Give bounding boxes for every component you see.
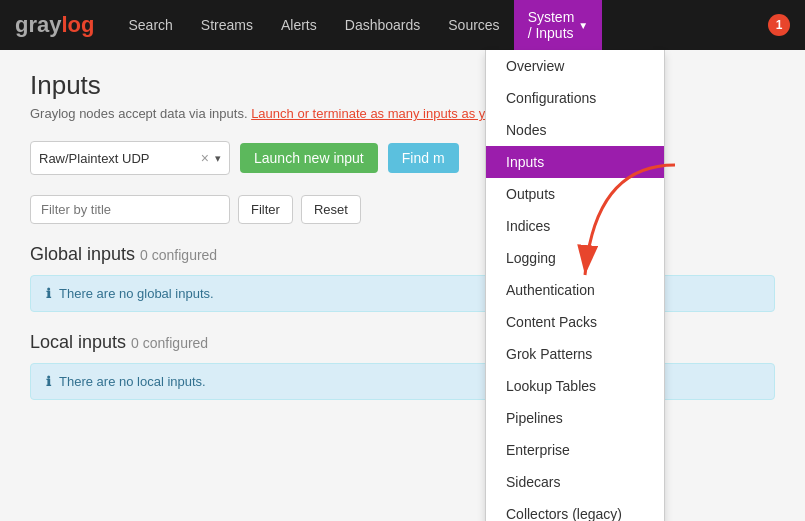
select-clear-icon[interactable]: × bbox=[201, 150, 209, 166]
launch-input-button[interactable]: Launch new input bbox=[240, 143, 378, 173]
dropdown-item-enterprise[interactable]: Enterprise bbox=[486, 434, 664, 466]
nav-search[interactable]: Search bbox=[114, 0, 186, 50]
local-inputs-empty-text: There are no local inputs. bbox=[59, 374, 206, 389]
dropdown-item-indices[interactable]: Indices bbox=[486, 210, 664, 242]
brand-logo[interactable]: graylog bbox=[15, 12, 94, 38]
navbar: graylog Search Streams Alerts Dashboards… bbox=[0, 0, 805, 50]
dropdown-item-pipelines[interactable]: Pipelines bbox=[486, 402, 664, 434]
notification-badge[interactable]: 1 bbox=[768, 14, 790, 36]
input-type-select[interactable]: Raw/Plaintext UDP × ▾ bbox=[30, 141, 230, 175]
nav-dashboards[interactable]: Dashboards bbox=[331, 0, 435, 50]
dropdown-item-grok-patterns[interactable]: Grok Patterns bbox=[486, 338, 664, 370]
nav-alerts[interactable]: Alerts bbox=[267, 0, 331, 50]
select-value-text: Raw/Plaintext UDP bbox=[39, 151, 201, 166]
dropdown-item-collectors-legacy[interactable]: Collectors (legacy) bbox=[486, 498, 664, 521]
nav-streams[interactable]: Streams bbox=[187, 0, 267, 50]
select-arrow-icon: ▾ bbox=[215, 152, 221, 165]
nav-sources[interactable]: Sources bbox=[434, 0, 513, 50]
find-more-button[interactable]: Find m bbox=[388, 143, 459, 173]
dropdown-item-content-packs[interactable]: Content Packs bbox=[486, 306, 664, 338]
dropdown-item-nodes[interactable]: Nodes bbox=[486, 114, 664, 146]
dropdown-item-overview[interactable]: Overview bbox=[486, 50, 664, 82]
dropdown-item-inputs[interactable]: Inputs bbox=[486, 146, 664, 178]
dropdown-caret: ▼ bbox=[578, 20, 588, 31]
info-icon-local: ℹ bbox=[46, 374, 51, 389]
brand-log: log bbox=[61, 12, 94, 38]
system-dropdown-menu: Overview Configurations Nodes Inputs Out… bbox=[485, 50, 665, 521]
info-icon-global: ℹ bbox=[46, 286, 51, 301]
dropdown-item-authentication[interactable]: Authentication bbox=[486, 274, 664, 306]
brand-gray: gray bbox=[15, 12, 61, 38]
dropdown-item-logging[interactable]: Logging bbox=[486, 242, 664, 274]
main-content: Inputs Graylog nodes accept data via inp… bbox=[0, 50, 805, 521]
reset-button[interactable]: Reset bbox=[301, 195, 361, 224]
dropdown-item-sidecars[interactable]: Sidecars bbox=[486, 466, 664, 498]
nav-items: Search Streams Alerts Dashboards Sources… bbox=[114, 0, 602, 50]
dropdown-item-lookup-tables[interactable]: Lookup Tables bbox=[486, 370, 664, 402]
global-inputs-count: 0 configured bbox=[140, 247, 217, 263]
filter-button[interactable]: Filter bbox=[238, 195, 293, 224]
filter-title-input[interactable] bbox=[30, 195, 230, 224]
dropdown-item-configurations[interactable]: Configurations bbox=[486, 82, 664, 114]
dropdown-item-outputs[interactable]: Outputs bbox=[486, 178, 664, 210]
local-inputs-count: 0 configured bbox=[131, 335, 208, 351]
global-inputs-empty-text: There are no global inputs. bbox=[59, 286, 214, 301]
nav-system-inputs[interactable]: System / Inputs ▼ bbox=[514, 0, 603, 50]
